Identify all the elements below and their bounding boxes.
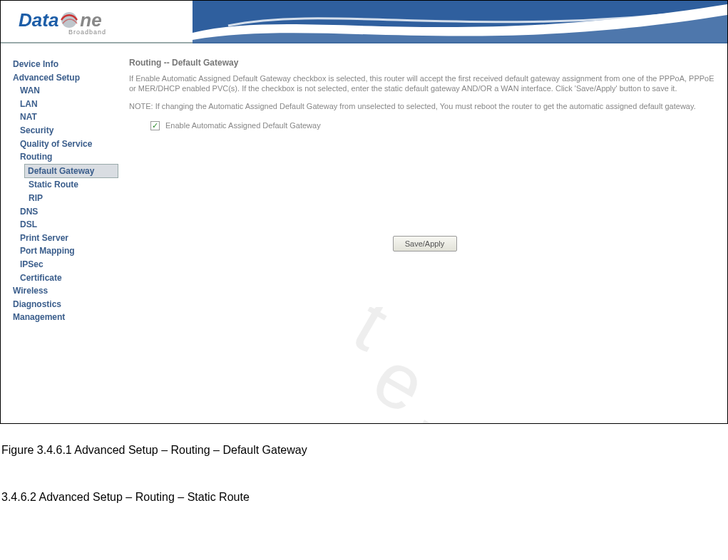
next-section-heading: 3.4.6.2 Advanced Setup – Routing – Stati… [1, 491, 728, 504]
sidebar-nav: Device Info Advanced Setup WAN LAN NAT S… [11, 58, 118, 324]
nav-default-gateway[interactable]: Default Gateway [24, 164, 118, 179]
nav-routing[interactable]: Routing [11, 150, 118, 164]
svg-text:r: r [391, 391, 457, 424]
logo-part2: ne [80, 9, 101, 31]
nav-static-route[interactable]: Static Route [11, 178, 118, 192]
nav-ipsec[interactable]: IPSec [11, 258, 118, 271]
nav-security[interactable]: Security [11, 124, 118, 138]
header-band: Data ne Broadband [1, 1, 727, 43]
svg-text:e: e [359, 332, 441, 424]
description-paragraph-1: If Enable Automatic Assigned Default Gat… [129, 73, 720, 94]
nav-nat[interactable]: NAT [11, 110, 118, 124]
nav-advanced-setup[interactable]: Advanced Setup [11, 71, 118, 85]
header-swoosh [193, 1, 727, 43]
svg-text:t: t [340, 307, 403, 367]
logo: Data ne Broadband [19, 8, 106, 36]
nav-management[interactable]: Management [11, 311, 118, 324]
nav-device-info[interactable]: Device Info [11, 58, 118, 71]
nav-certificate[interactable]: Certificate [11, 271, 118, 285]
watermark: t e r n [215, 307, 571, 424]
nav-print-server[interactable]: Print Server [11, 232, 118, 245]
nav-dsl[interactable]: DSL [11, 218, 118, 232]
content-area: Routing -- Default Gateway If Enable Aut… [129, 58, 720, 130]
page-title: Routing -- Default Gateway [129, 58, 720, 68]
enable-auto-gateway-checkbox[interactable]: ✓ [150, 121, 160, 130]
nav-rip[interactable]: RIP [11, 192, 118, 205]
router-admin-screenshot: Data ne Broadband Device Info Advanced S… [0, 0, 728, 424]
save-apply-button[interactable]: Save/Apply [393, 236, 457, 252]
nav-wireless[interactable]: Wireless [11, 284, 118, 298]
logo-tagline: Broadband [68, 28, 106, 36]
logo-globe-icon [60, 11, 78, 29]
nav-wan[interactable]: WAN [11, 84, 118, 98]
logo-part1: Data [19, 9, 58, 31]
nav-diagnostics[interactable]: Diagnostics [11, 298, 118, 311]
nav-port-mapping[interactable]: Port Mapping [11, 244, 118, 258]
figure-caption: Figure 3.4.6.1 Advanced Setup – Routing … [1, 444, 728, 457]
nav-qos[interactable]: Quality of Service [11, 138, 118, 151]
enable-auto-gateway-row: ✓ Enable Automatic Assigned Default Gate… [150, 121, 720, 130]
nav-lan[interactable]: LAN [11, 98, 118, 111]
nav-dns[interactable]: DNS [11, 205, 118, 219]
description-paragraph-2: NOTE: If changing the Automatic Assigned… [129, 101, 720, 111]
enable-auto-gateway-label: Enable Automatic Assigned Default Gatewa… [165, 121, 321, 130]
